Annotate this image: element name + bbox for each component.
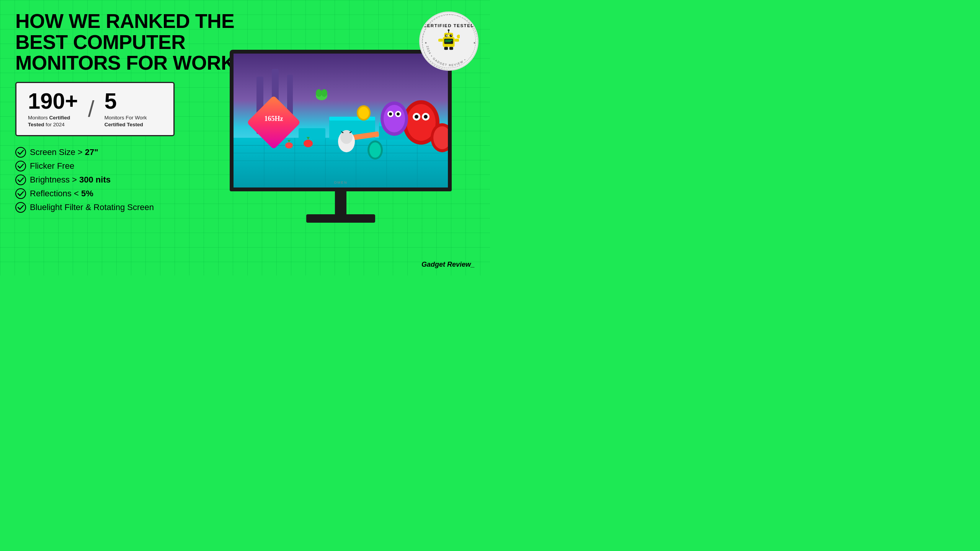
svg-point-3 [16, 189, 26, 199]
check-icon-4 [15, 188, 26, 199]
monitor-stand-base [306, 214, 375, 223]
stat-count-label: Monitors Certified Tested for 2024 [28, 114, 78, 128]
svg-rect-72 [444, 47, 448, 50]
criteria-item-reflections: Reflections < 5% [15, 188, 245, 199]
svg-point-68 [448, 29, 450, 31]
svg-point-37 [389, 112, 392, 116]
criteria-text-4: Reflections < 5% [30, 189, 93, 199]
stats-box: 190+ Monitors Certified Tested for 2024 … [15, 82, 175, 136]
svg-point-48 [358, 107, 369, 119]
monitor-wrapper: 165Hz [230, 50, 452, 233]
stat-divider [91, 90, 91, 128]
svg-rect-69 [438, 39, 443, 42]
svg-text:GR.: GR. [446, 34, 451, 37]
stat-monitors: 190+ Monitors Certified Tested for 2024 [28, 90, 86, 128]
svg-point-50 [316, 89, 322, 97]
monitor-stand-neck [335, 191, 346, 214]
left-column: HOW WE RANKED THE BEST COMPUTER MONITORS… [15, 11, 245, 213]
check-icon-3 [15, 174, 26, 185]
svg-rect-70 [455, 39, 459, 42]
check-icon-1 [15, 147, 26, 158]
check-icon-5 [15, 202, 26, 213]
svg-rect-73 [449, 47, 453, 50]
svg-point-71 [457, 34, 460, 38]
stat-five: 5 [105, 90, 117, 112]
svg-point-32 [424, 115, 428, 119]
svg-point-52 [304, 140, 313, 147]
monitor-screen: 165Hz [230, 50, 452, 191]
criteria-item-screen-size: Screen Size > 27" [15, 147, 245, 158]
svg-point-31 [415, 115, 418, 119]
criteria-item-bluelight: Bluelight Filter & Rotating Screen [15, 202, 245, 213]
criteria-item-brightness: Brightness > 300 nits [15, 174, 245, 185]
monitor-brand-label: OMEN [334, 181, 348, 184]
check-icon-2 [15, 161, 26, 171]
main-title: HOW WE RANKED THE BEST COMPUTER MONITORS… [15, 11, 245, 73]
game-scene-svg: 165Hz [234, 54, 448, 187]
criteria-text-2: Flicker Free [30, 161, 74, 171]
svg-point-66 [451, 35, 452, 36]
svg-text:165Hz: 165Hz [265, 115, 283, 122]
stat-count: 190+ [28, 90, 78, 112]
badge-robot-icon: GR. [438, 29, 460, 51]
gadget-review-credit: Gadget Review_ [421, 261, 475, 269]
svg-point-0 [16, 147, 26, 157]
svg-rect-23 [299, 128, 325, 140]
stat-work-monitors: 5 Monitors For Work Certified Tested [97, 90, 162, 128]
stat-five-label: Monitors For Work Certified Tested [105, 114, 154, 128]
page-wrapper: HOW WE RANKED THE BEST COMPUTER MONITORS… [0, 0, 490, 276]
svg-rect-60 [444, 39, 453, 44]
svg-point-34 [384, 105, 405, 132]
svg-point-2 [16, 175, 26, 185]
badge-certified-label: CERTIFIED TESTED [423, 23, 474, 28]
svg-point-46 [369, 142, 381, 158]
svg-point-38 [397, 112, 400, 116]
criteria-list: Screen Size > 27" Flicker Free [15, 147, 245, 213]
svg-point-1 [16, 161, 26, 171]
svg-point-4 [16, 202, 26, 212]
criteria-text-1: Screen Size > 27" [30, 147, 98, 157]
svg-point-51 [321, 89, 327, 97]
criteria-text-3: Brightness > 300 nits [30, 175, 111, 185]
svg-point-53 [285, 142, 293, 148]
badge-circle: ✦ ✦ 2024 • GADGET REVIEW • CERTIFIED TES… [419, 11, 479, 71]
certified-badge: ✦ ✦ 2024 • GADGET REVIEW • CERTIFIED TES… [419, 11, 479, 71]
criteria-text-5: Bluelight Filter & Rotating Screen [30, 202, 154, 212]
criteria-item-flicker: Flicker Free [15, 161, 245, 171]
game-display: 165Hz [234, 54, 448, 187]
